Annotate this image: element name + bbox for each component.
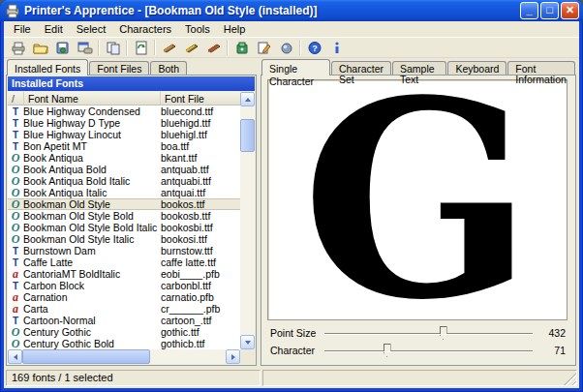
font-type-icon: O [8,339,23,349]
view-options-icon[interactable] [275,38,297,57]
scroll-left-icon[interactable] [8,349,22,364]
font-row[interactable]: O Book Antiqua bkant.ttf [8,152,240,164]
client-area: FileEditSelectCharactersToolsHelp [4,21,579,388]
font-type-icon: T [8,106,23,117]
point-size-thumb[interactable] [440,326,447,340]
point-size-slider[interactable] [324,325,533,341]
menu-edit[interactable]: Edit [38,22,70,36]
edit-sample-icon[interactable] [253,38,275,57]
font-row[interactable]: a Carnation carnatio.pfb [8,291,240,303]
tab-font-information[interactable]: Font Information [507,61,575,75]
help-icon[interactable]: ? [303,38,325,57]
print-setup-icon[interactable] [74,38,96,57]
font-row[interactable]: T Carbon Block carbonbl.ttf [8,280,240,291]
menu-file[interactable]: File [7,22,38,36]
font-file-cell: bookosbi.ttf [161,222,240,233]
font-file-cell: bkant.ttf [161,152,240,164]
font-row[interactable]: T Blue Highway Condensed bluecond.ttf [8,106,240,117]
font-name-cell: Book Antiqua [23,152,161,164]
font-row[interactable]: T Bon Apetit MT boa.ttf [8,140,240,152]
tab-sample-text[interactable]: Sample Text [392,61,446,75]
scroll-up-icon[interactable] [240,92,255,106]
font-name-cell: Book Antiqua Bold [23,164,161,175]
specimen-sheet-icon[interactable] [202,38,225,57]
open-folder-icon[interactable] [29,38,51,57]
font-row[interactable]: T Caffe Latte caffe latte.ttf [8,256,240,268]
font-row[interactable]: T Blue Highway D Type bluehigd.ttf [8,117,240,129]
font-row[interactable]: O Century Gothic Bold gothicb.ttf [8,338,240,349]
tab-character-set[interactable]: Character Set [331,61,391,75]
font-name-cell: Carta [23,303,161,315]
font-row[interactable]: O Century Gothic gothic.ttf [8,326,240,338]
character-thumb[interactable] [384,344,391,357]
horizontal-scroll-thumb[interactable] [22,349,150,364]
tab-both[interactable]: Both [150,61,187,75]
menu-select[interactable]: Select [70,22,113,36]
font-row[interactable]: O Book Antiqua Italic antquai.ttf [8,187,240,198]
font-type-icon: T [8,118,23,129]
vertical-scroll-thumb[interactable] [240,119,255,152]
font-row[interactable]: O Bookman Old Style Bold bookosb.ttf [8,210,240,222]
sort-column-header[interactable]: / [8,92,24,105]
about-icon[interactable] [325,38,348,57]
menu-help[interactable]: Help [217,22,253,36]
install-fonts-icon[interactable] [230,38,253,57]
status-spacer [262,370,577,386]
font-row[interactable]: a Carta cr______.pfb [8,303,240,315]
toolbar-separator [98,40,100,55]
main-area: Installed FontsFont FilesBoth Installed … [4,58,579,368]
font-row[interactable]: O Book Antiqua Bold antquab.ttf [8,164,240,175]
font-row[interactable]: O Bookman Old Style Italic bookosi.ttf [8,233,240,245]
font-file-column-header[interactable]: Font File [161,92,240,105]
refresh-icon[interactable] [130,38,152,57]
close-button[interactable]: ✕ [561,2,579,19]
font-row[interactable]: O Bookman Old Style Bold Italic bookosbi… [8,222,240,233]
font-file-cell: antquai.ttf [161,187,240,198]
maximize-button[interactable]: □ [540,2,559,19]
character-slider[interactable] [324,343,533,358]
toolbar-separator [154,40,156,55]
font-row[interactable]: T Cartoon-Normal cartoon_.ttf [8,315,240,326]
vertical-scrollbar[interactable] [240,92,255,349]
font-file-cell: carnatio.pfb [161,291,240,303]
print-icon[interactable] [7,38,29,57]
scroll-down-icon[interactable] [240,335,255,349]
specimen-booklet-icon[interactable] [180,38,202,57]
tab-font-files[interactable]: Font Files [89,61,149,75]
tab-keyboard[interactable]: Keyboard [447,61,506,75]
specimen-book-icon[interactable] [158,38,180,57]
font-file-cell: bookosb.ttf [161,210,240,222]
tab-single-character[interactable]: Single Character [261,59,330,75]
export-icon[interactable] [51,38,74,57]
scroll-right-icon[interactable] [226,349,240,364]
font-name-cell: Book Antiqua Bold Italic [23,175,161,187]
font-type-icon: T [8,141,23,152]
preview-panel: Single CharacterCharacter SetSample Text… [261,58,576,366]
font-row[interactable]: T Burnstown Dam burnstow.ttf [8,245,240,256]
font-row[interactable]: O Book Antiqua Bold Italic antquabi.ttf [8,175,240,187]
font-name-column-header[interactable]: Font Name [24,92,161,105]
app-window: Printer's Apprentice - [Bookman Old Styl… [0,0,583,392]
font-list-panel: Installed FontsFont FilesBoth Installed … [6,58,257,366]
copy-icon[interactable] [102,38,124,57]
horizontal-scrollbar[interactable] [8,349,240,364]
tab-installed-fonts[interactable]: Installed Fonts [7,59,88,75]
font-row[interactable]: T Blue Highway Linocut bluehigl.ttf [8,129,240,140]
app-icon [5,3,20,18]
font-name-cell: CantoriaMT BoldItalic [23,268,161,280]
font-row[interactable]: O Bookman Old Style bookos.ttf [8,198,240,210]
font-type-icon: O [8,188,23,198]
list-caption: Installed Fonts [8,76,255,91]
font-name-cell: Blue Highway D Type [23,117,161,129]
title-bar[interactable]: Printer's Apprentice - [Bookman Old Styl… [0,0,583,21]
font-name-cell: Bon Apetit MT [23,140,161,152]
font-file-cell: boa.ttf [161,140,240,152]
font-row[interactable]: a CantoriaMT BoldItalic eobi____.pfb [8,268,240,280]
menu-characters[interactable]: Characters [112,22,178,36]
font-type-icon: O [8,223,23,233]
font-name-cell: Bookman Old Style [23,198,161,210]
minimize-button[interactable]: _ [520,2,538,19]
scrollbar-corner [240,349,255,364]
resize-grip[interactable] [564,373,576,385]
menu-tools[interactable]: Tools [178,22,217,36]
